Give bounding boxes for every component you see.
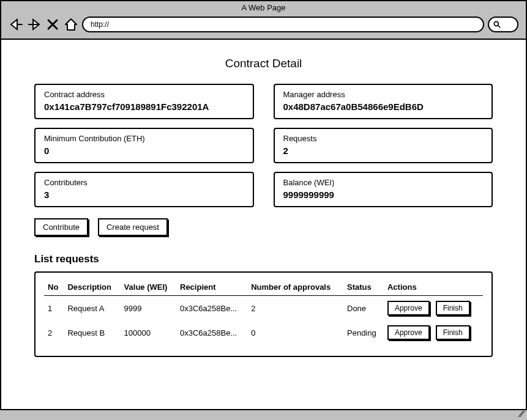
finish-button[interactable]: Finish <box>436 301 470 315</box>
cell-actions: ApproveFinish <box>384 320 483 345</box>
col-recipient: Recipient <box>176 279 247 296</box>
col-actions: Actions <box>384 279 483 296</box>
approve-button[interactable]: Approve <box>387 301 430 315</box>
cell-actions: ApproveFinish <box>384 296 483 321</box>
col-value: Value (WEI) <box>121 279 176 296</box>
browser-chrome: A Web Page http:// <box>1 1 526 40</box>
card-balance: Balance (WEI) 9999999999 <box>274 172 493 207</box>
search-button[interactable] <box>488 17 518 32</box>
stats-grid: Contract address 0x141ca7B797cf709189891… <box>34 84 493 207</box>
url-text: http:// <box>91 20 109 29</box>
card-contract-address: Contract address 0x141ca7B797cf709189891… <box>34 84 254 119</box>
col-status: Status <box>343 279 384 296</box>
resize-handle-icon[interactable]: ⁄⁄ <box>520 409 523 419</box>
forward-arrow-icon[interactable] <box>27 17 42 32</box>
cell-approvals: 2 <box>247 296 343 321</box>
back-arrow-icon[interactable] <box>9 17 23 32</box>
stop-icon[interactable] <box>45 17 60 32</box>
cell-no: 1 <box>44 296 64 321</box>
col-description: Description <box>64 279 120 296</box>
card-value: 0x48D87ac67a0B54866e9EdB6D <box>283 101 484 112</box>
table-row: 2Request B1000000x3C6a258Be...0PendingAp… <box>44 320 483 345</box>
svg-line-3 <box>498 26 501 28</box>
card-label: Balance (WEI) <box>283 178 484 187</box>
page-title: Contract Detail <box>34 57 493 70</box>
card-requests: Requests 2 <box>274 128 493 163</box>
table-row: 1Request A99990x3C6a258Be...2DoneApprove… <box>44 296 483 321</box>
card-label: Minimum Contribution (ETH) <box>44 134 244 143</box>
cell-description: Request B <box>64 320 120 345</box>
requests-table-container: No Description Value (WEI) Recipient Num… <box>34 271 493 357</box>
requests-table: No Description Value (WEI) Recipient Num… <box>44 279 483 345</box>
card-contributors: Contributers 3 <box>34 172 254 207</box>
card-label: Requests <box>283 134 484 143</box>
url-input[interactable]: http:// <box>82 17 484 32</box>
card-manager-address: Manager address 0x48D87ac67a0B54866e9EdB… <box>274 84 493 119</box>
cell-approvals: 0 <box>247 320 343 345</box>
cell-status: Pending <box>343 320 384 345</box>
cell-value: 9999 <box>121 296 176 321</box>
card-value: 9999999999 <box>283 190 484 200</box>
cell-recipient: 0x3C6a258Be... <box>176 296 247 321</box>
window-title: A Web Page <box>1 1 526 14</box>
approve-button[interactable]: Approve <box>387 325 430 340</box>
cell-recipient: 0x3C6a258Be... <box>176 320 247 345</box>
toolbar: http:// <box>1 14 526 39</box>
cell-status: Done <box>343 296 384 321</box>
card-value: 0 <box>44 146 244 156</box>
cell-no: 2 <box>44 320 64 345</box>
section-title-requests: List requests <box>34 253 493 265</box>
cell-value: 100000 <box>121 320 176 345</box>
finish-button[interactable]: Finish <box>436 325 470 340</box>
create-request-button[interactable]: Create request <box>98 218 168 236</box>
primary-actions: Contribute Create request <box>34 218 493 236</box>
contribute-button[interactable]: Contribute <box>34 218 88 236</box>
card-value: 0x141ca7B797cf709189891Fc392201A <box>44 101 244 112</box>
card-label: Contributers <box>44 178 244 187</box>
card-label: Manager address <box>283 90 484 99</box>
col-approvals: Number of approvals <box>247 279 343 296</box>
card-value: 3 <box>44 190 244 200</box>
col-no: No <box>44 279 64 296</box>
cell-description: Request A <box>64 296 120 321</box>
window-footer: ⁄⁄ <box>0 409 527 420</box>
page-content: Contract Detail Contract address 0x141ca… <box>1 40 526 374</box>
card-min-contribution: Minimum Contribution (ETH) 0 <box>34 128 254 163</box>
svg-point-2 <box>494 21 498 26</box>
search-icon <box>493 20 501 29</box>
card-label: Contract address <box>44 90 244 99</box>
home-icon[interactable] <box>64 17 78 32</box>
card-value: 2 <box>283 146 484 156</box>
